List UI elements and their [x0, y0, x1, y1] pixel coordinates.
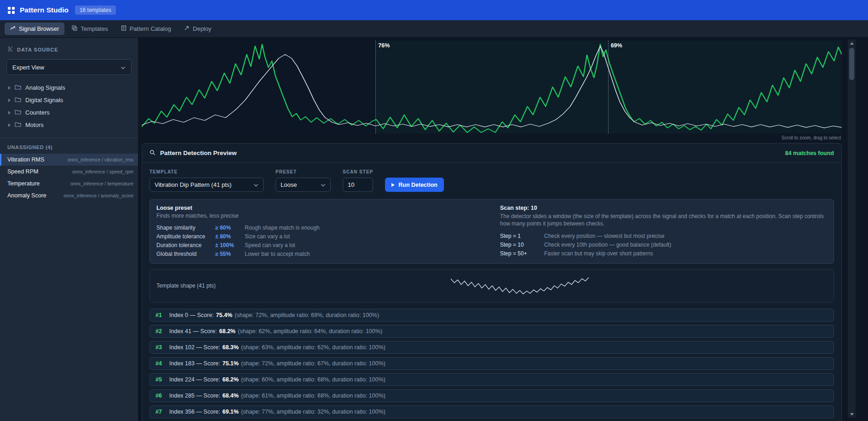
match-result-row[interactable]: #4 Index 183 — Score: 75.1% (shape: 72%,…	[149, 357, 834, 370]
catalog-icon	[121, 25, 126, 32]
deploy-icon	[184, 25, 190, 32]
signal-item-speed-rpm[interactable]: Speed RPM onnx_inference / speed_rpm	[0, 166, 138, 178]
detection-form: TEMPLATE Vibration Dip Pattern (41 pts) …	[142, 163, 841, 194]
caret-right-icon	[8, 86, 11, 90]
match-result-row[interactable]: #5 Index 224 — Score: 68.2% (shape: 60%,…	[149, 373, 834, 386]
run-detection-button[interactable]: Run Detection	[385, 178, 444, 192]
green-series-line	[142, 44, 842, 133]
tree-item-label: Analog Signals	[25, 84, 65, 91]
preset-info-subtitle: Finds more matches, less precise	[156, 213, 483, 219]
scroll-down-arrow-icon[interactable]	[848, 410, 856, 418]
matches-found-badge: 84 matches found	[785, 150, 834, 156]
caret-right-icon	[8, 111, 11, 115]
data-source-header: DATA SOURCE	[0, 38, 138, 59]
preset-param-row: Global threshold ≥ 55% Lower bar to acce…	[156, 249, 483, 258]
match-rank: #1	[155, 312, 169, 318]
param-label: Global threshold	[156, 251, 215, 257]
templates-count-badge: 16 templates	[75, 6, 116, 15]
match-detail: (shape: 60%, amplitude ratio: 68%, durat…	[241, 376, 385, 383]
signal-chart[interactable]: 76%69%	[142, 40, 842, 133]
template-shape-chart	[451, 275, 589, 296]
main-nav: Signal Browser Templates Pattern Catalog…	[0, 20, 868, 38]
match-prefix: Index 285 — Score:	[169, 392, 220, 399]
match-detail: (shape: 61%, amplitude ratio: 68%, durat…	[241, 392, 385, 399]
sidebar: DATA SOURCE Expert View Analog Signals D…	[0, 38, 138, 421]
view-mode-value: Expert View	[12, 64, 44, 71]
chart-hint: Scroll to zoom, drag to select	[142, 133, 842, 143]
app-root: Pattern Studio 16 templates Signal Brows…	[0, 0, 868, 421]
match-prefix: Index 183 — Score:	[169, 360, 220, 367]
folder-icon	[15, 109, 21, 116]
tab-label: Pattern Catalog	[130, 25, 171, 32]
tree-item-motors[interactable]: Motors	[0, 119, 138, 131]
match-rank: #2	[155, 328, 169, 334]
match-prefix: Index 102 — Score:	[169, 344, 220, 351]
param-label: Shape similarity	[156, 225, 215, 231]
preset-info-title: Loose preset	[156, 205, 483, 211]
scan-step-label: SCAN STEP	[343, 169, 373, 174]
data-source-label: DATA SOURCE	[17, 47, 58, 52]
signal-item-anomaly-score[interactable]: Anomaly Score onnx_inference / anomaly_s…	[0, 190, 138, 202]
scan-info-title: Scan step: 10	[500, 205, 827, 211]
match-score: 69.1%	[222, 409, 238, 415]
step-desc: Faster scan but may skip over short patt…	[544, 250, 827, 257]
tree-item-counters[interactable]: Counters	[0, 106, 138, 119]
param-desc: Speed can vary a lot	[245, 242, 483, 248]
scan-step-field: SCAN STEP	[343, 169, 373, 192]
signal-browser-icon	[10, 25, 16, 32]
folder-icon	[15, 97, 21, 104]
match-prefix: Index 356 — Score:	[169, 409, 220, 415]
match-rank: #4	[155, 360, 169, 367]
data-source-icon	[7, 46, 13, 53]
scan-step-input[interactable]	[343, 178, 373, 192]
tree-item-analog-signals[interactable]: Analog Signals	[0, 81, 138, 94]
match-score: 68.3%	[222, 344, 238, 351]
signal-item-temperature[interactable]: Temperature onnx_inference / temperature	[0, 178, 138, 190]
scan-step-row: Step = 50+ Faster scan but may skip over…	[500, 249, 827, 258]
unassigned-section-title: UNASSIGNED (4)	[0, 138, 138, 154]
param-desc: Rough shape match is enough	[245, 225, 483, 231]
match-prefix: Index 41 — Score:	[169, 328, 217, 334]
signal-name: Temperature	[7, 180, 40, 187]
tree-item-label: Counters	[25, 109, 50, 116]
search-icon	[149, 149, 155, 157]
tab-pattern-catalog[interactable]: Pattern Catalog	[115, 23, 177, 35]
run-detection-label: Run Detection	[398, 182, 437, 188]
match-results-list: #1 Index 0 — Score: 75.4% (shape: 72%, a…	[142, 309, 841, 421]
match-result-row[interactable]: #2 Index 41 — Score: 68.2% (shape: 62%, …	[149, 325, 834, 338]
tab-templates[interactable]: Templates	[66, 23, 113, 35]
match-marker-line	[375, 40, 376, 133]
vertical-scrollbar[interactable]	[848, 40, 856, 418]
tab-deploy[interactable]: Deploy	[178, 23, 217, 35]
match-score: 68.4%	[222, 392, 238, 399]
tree-item-digital-signals[interactable]: Digital Signals	[0, 94, 138, 106]
chevron-down-icon	[253, 181, 259, 188]
match-result-row[interactable]: #7 Index 356 — Score: 69.1% (shape: 77%,…	[149, 405, 834, 418]
tree-item-label: Digital Signals	[25, 97, 63, 104]
match-result-row[interactable]: #6 Index 285 — Score: 68.4% (shape: 61%,…	[149, 389, 834, 402]
detection-panel: Pattern Detection Preview 84 matches fou…	[142, 143, 842, 421]
scan-step-row: Step = 10 Check every 10th position — go…	[500, 240, 827, 249]
match-result-row[interactable]: #3 Index 102 — Score: 68.3% (shape: 63%,…	[149, 341, 834, 354]
white-series-line	[142, 46, 842, 128]
match-marker-label: 69%	[611, 42, 622, 49]
preset-select[interactable]: Loose	[276, 178, 331, 192]
folder-icon	[15, 121, 21, 128]
signal-item-vibration-rms[interactable]: Vibration RMS onnx_inference / vibration…	[0, 154, 138, 166]
signal-tree: Analog Signals Digital Signals Counters …	[0, 81, 138, 131]
preset-label: PRESET	[276, 169, 331, 174]
tab-signal-browser[interactable]: Signal Browser	[5, 23, 64, 35]
view-mode-select[interactable]: Expert View	[6, 59, 132, 75]
match-rank: #5	[155, 376, 169, 383]
template-select[interactable]: Vibration Dip Pattern (41 pts)	[149, 178, 264, 192]
scroll-up-arrow-icon[interactable]	[848, 40, 856, 47]
scrollbar-thumb[interactable]	[849, 48, 854, 80]
preset-param-row: Duration tolerance ± 100% Speed can vary…	[156, 241, 483, 249]
param-value: ≥ 55%	[215, 251, 245, 257]
folder-icon	[15, 84, 21, 91]
step-label: Step = 50+	[500, 250, 544, 257]
page-title: Pattern Studio	[20, 6, 69, 14]
match-score: 68.2%	[219, 328, 236, 334]
preset-field: PRESET Loose	[276, 169, 331, 192]
match-result-row[interactable]: #1 Index 0 — Score: 75.4% (shape: 72%, a…	[149, 309, 834, 322]
